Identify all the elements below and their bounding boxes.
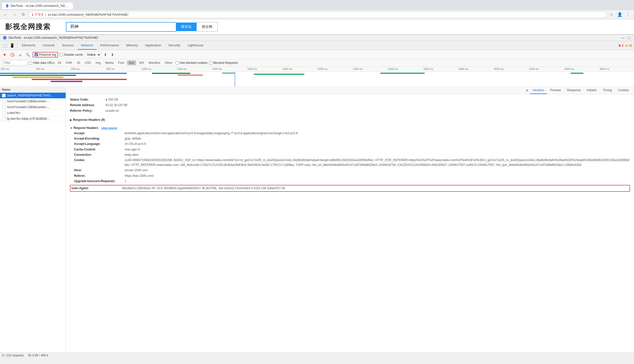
- type-media-button[interactable]: Media: [104, 61, 115, 65]
- request-item-3[interactable]: o.htm?ltr=: [0, 110, 66, 116]
- tab-sources[interactable]: Sources: [58, 41, 78, 50]
- tab-memory[interactable]: Memory: [123, 41, 142, 50]
- throttle-select[interactable]: Online: [85, 52, 101, 58]
- type-js-button[interactable]: JS: [75, 61, 82, 65]
- network-type-bar: Hide data URLs All XHR JS CSS Img Media …: [0, 59, 634, 67]
- download-icon[interactable]: ⬇: [110, 52, 115, 58]
- preserve-log-label[interactable]: Preserve log: [39, 53, 56, 56]
- status-code-row: Status Code: ● 200 OK: [70, 97, 630, 102]
- request-item-2[interactable]: hczm?conwid=1380&conhei=....: [0, 104, 66, 110]
- header-accept-language-key: Accept-Language:: [74, 142, 125, 146]
- request-item-0[interactable]: search_%E8%8D%AF%E7%A5....: [0, 93, 66, 99]
- hide-data-urls-label[interactable]: Hide data URLs: [29, 61, 55, 65]
- tick-1400ms: 1400 ms: [211, 67, 247, 71]
- header-host: Host: so.kan.2345.com: [70, 168, 630, 173]
- maximize-button[interactable]: □: [627, 36, 631, 40]
- tab-elements[interactable]: Elements: [18, 41, 39, 50]
- requests-panel: Name search_%E8%8D%AF%E7%A5.... hczm?con…: [0, 87, 66, 353]
- timeline-bar-12: [571, 73, 583, 74]
- header-user-agent: User-Agent: Mozilla/5.0 (Windows NT 10.0…: [70, 185, 630, 192]
- filter-button[interactable]: ⊿: [17, 52, 23, 58]
- status-bar: 5 / 116 requests 36.4 kB / 484 k: [0, 353, 634, 358]
- referrer-policy-value: unsafe-url: [105, 108, 630, 113]
- inspect-element-button[interactable]: ⬚: [2, 42, 8, 49]
- device-toolbar-button[interactable]: 📱: [8, 42, 16, 49]
- search-all-button[interactable]: 搜全网: [197, 22, 218, 32]
- response-headers-section: ▶ Response Headers (9): [70, 117, 630, 123]
- timeline-bar-11: [399, 73, 425, 74]
- type-doc-button[interactable]: Doc: [127, 61, 136, 65]
- warning-count: ⚠ 13: [625, 44, 632, 47]
- type-img-button[interactable]: Img: [94, 61, 102, 65]
- timeline-bars: [0, 72, 634, 87]
- header-host-key: Host:: [74, 168, 125, 173]
- detail-tab-initiator[interactable]: Initiator: [584, 87, 600, 94]
- filter-input[interactable]: [2, 60, 27, 65]
- disable-cache-checkbox[interactable]: [60, 53, 63, 56]
- detail-tab-timing[interactable]: Timing: [600, 87, 615, 94]
- record-button[interactable]: ●: [2, 51, 7, 58]
- request-checkbox-1: [2, 100, 6, 103]
- tab-separator: [17, 43, 17, 48]
- detail-tab-headers[interactable]: Headers: [530, 87, 547, 94]
- clear-button[interactable]: 🚫: [9, 52, 16, 58]
- status-dot: ●: [105, 98, 107, 101]
- detail-close-button[interactable]: ✕: [524, 87, 530, 94]
- tick-2200ms: 2200 ms: [352, 67, 387, 71]
- detail-tab-preview[interactable]: Preview: [547, 87, 564, 94]
- type-ws-button[interactable]: WS: [138, 61, 145, 65]
- request-item-1[interactable]: hczm?conwid=1380&conhei=....: [0, 99, 66, 104]
- blocked-requests-label[interactable]: Blocked Requests: [209, 61, 238, 65]
- view-source-link[interactable]: view source: [101, 126, 117, 129]
- browser-tab[interactable]: DevTools - so.kan.2345.com/search_%E8%8D…: [2, 3, 73, 9]
- tab-security[interactable]: Security: [165, 41, 184, 50]
- account-button[interactable]: 👤: [616, 12, 624, 17]
- request-name-2: hczm?conwid=1380&conhei=....: [7, 105, 50, 109]
- request-headers-toggle[interactable]: ▼ Request Headers view source: [70, 125, 630, 131]
- detail-tab-cookies[interactable]: Cookies: [615, 87, 632, 94]
- timeline-bar-5: [51, 81, 82, 82]
- timeline-area[interactable]: 200 ms 400 ms 600 ms 800 ms 1000 ms 1200…: [0, 67, 634, 87]
- type-font-button[interactable]: Font: [117, 61, 126, 65]
- tab-application[interactable]: Application: [142, 41, 165, 50]
- search-input[interactable]: 药神: [66, 22, 176, 32]
- error-count: ⊗ 2: [618, 44, 623, 47]
- type-all-button[interactable]: All: [56, 61, 63, 65]
- tab-network[interactable]: Network: [78, 41, 97, 50]
- search-button[interactable]: 🔍: [24, 52, 31, 58]
- devtools-favicon: [3, 36, 7, 40]
- menu-button[interactable]: ⋮: [625, 12, 632, 17]
- header-accept-language-value: zh-CN,zh;q=0.9: [125, 142, 630, 146]
- type-manifest-button[interactable]: Manifest: [147, 61, 162, 65]
- type-xhr-button[interactable]: XHR: [64, 61, 73, 65]
- blocked-requests-checkbox[interactable]: [209, 61, 212, 65]
- type-css-button[interactable]: CSS: [83, 61, 92, 65]
- minimize-button[interactable]: ─: [621, 36, 625, 40]
- tab-performance[interactable]: Performance: [97, 41, 122, 50]
- site-logo: 影视全网搜索: [5, 22, 51, 32]
- upload-icon[interactable]: ⬆: [103, 52, 108, 58]
- response-headers-toggle[interactable]: ▶ Response Headers (9): [70, 117, 630, 123]
- address-bar[interactable]: ℹ 不安全 | so.kan.2345.com/search_%E8%8D%AF…: [29, 11, 606, 18]
- has-blocked-cookies-label[interactable]: Has blocked cookies: [175, 61, 208, 65]
- request-name-3: o.htm?ltr=: [7, 111, 21, 115]
- requests-header: Name: [0, 87, 66, 93]
- tab-lighthouse[interactable]: Lighthouse: [184, 41, 207, 50]
- forward-button[interactable]: →: [11, 12, 18, 17]
- detail-tab-response[interactable]: Response: [564, 87, 584, 94]
- bookmark-button[interactable]: ☆: [608, 12, 615, 17]
- type-other-button[interactable]: Other: [163, 61, 174, 65]
- reload-button[interactable]: ↻: [20, 12, 27, 17]
- preserve-log-checkbox[interactable]: [35, 53, 38, 56]
- tab-console[interactable]: Console: [39, 41, 58, 50]
- has-blocked-cookies-checkbox[interactable]: [175, 61, 179, 65]
- remote-address-row: Remote Address: 42.62.30.187:80: [70, 102, 630, 108]
- tick-2000ms: 2000 ms: [317, 67, 352, 71]
- search-main-button[interactable]: 搜本站: [176, 23, 197, 31]
- hide-data-urls-checkbox[interactable]: [29, 61, 32, 65]
- collapse-triangle-icon: ▼: [70, 127, 72, 129]
- back-button[interactable]: ←: [2, 12, 9, 17]
- header-referer: Referer: https://kan.2345.com/: [70, 173, 630, 179]
- request-item-4[interactable]: fp.htm?br=2&fp=A7F3D4BD8...: [0, 116, 66, 122]
- disable-cache-label[interactable]: Disable cache: [60, 53, 83, 56]
